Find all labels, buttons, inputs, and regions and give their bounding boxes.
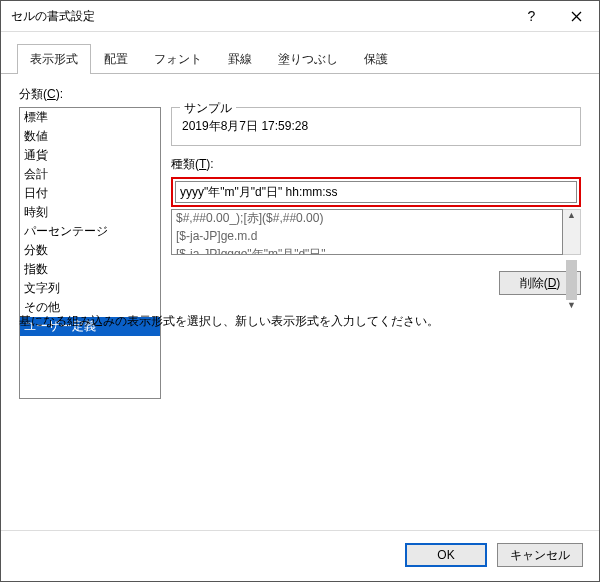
scroll-thumb[interactable] xyxy=(566,260,577,300)
tab-font[interactable]: フォント xyxy=(141,44,215,74)
window-title: セルの書式設定 xyxy=(1,8,509,25)
tab-protection[interactable]: 保護 xyxy=(351,44,401,74)
category-item[interactable]: 日付 xyxy=(20,184,160,203)
category-item[interactable]: 時刻 xyxy=(20,203,160,222)
type-list-scrollbar[interactable]: ▲ ▼ xyxy=(563,209,581,255)
cancel-button[interactable]: キャンセル xyxy=(497,543,583,567)
format-cells-dialog: セルの書式設定 ? 表示形式 配置 フォント 罫線 塗りつぶし 保護 分類(C)… xyxy=(0,0,600,582)
category-item[interactable]: パーセンテージ xyxy=(20,222,160,241)
category-item[interactable]: 数値 xyxy=(20,127,160,146)
chevron-down-icon: ▼ xyxy=(567,300,576,310)
tab-strip: 表示形式 配置 フォント 罫線 塗りつぶし 保護 xyxy=(1,32,599,74)
type-input-highlight xyxy=(171,177,581,207)
dialog-footer: OK キャンセル xyxy=(1,530,599,581)
help-button[interactable]: ? xyxy=(509,1,554,31)
tab-content: 分類(C): 標準 数値 通貨 会計 日付 時刻 パーセンテージ 分数 指数 文… xyxy=(1,74,599,530)
category-item[interactable]: 会計 xyxy=(20,165,160,184)
tab-alignment[interactable]: 配置 xyxy=(91,44,141,74)
hint-text: 基になる組み込みの表示形式を選択し、新しい表示形式を入力してください。 xyxy=(19,299,581,330)
delete-row: 削除(D) xyxy=(171,255,581,299)
scroll-up-button[interactable]: ▲ xyxy=(563,210,580,220)
category-item[interactable]: 通貨 xyxy=(20,146,160,165)
ok-button[interactable]: OK xyxy=(405,543,487,567)
right-column: サンプル 2019年8月7日 17:59:28 種類(T): $#,##0.00… xyxy=(171,107,581,299)
type-list[interactable]: $#,##0.00_);[赤]($#,##0.00) [$-ja-JP]ge.m… xyxy=(171,209,563,255)
scroll-down-button[interactable]: ▼ xyxy=(563,300,580,310)
category-item[interactable]: 指数 xyxy=(20,260,160,279)
category-item[interactable]: 分数 xyxy=(20,241,160,260)
tab-border[interactable]: 罫線 xyxy=(215,44,265,74)
category-item[interactable]: 標準 xyxy=(20,108,160,127)
type-list-wrap: $#,##0.00_);[赤]($#,##0.00) [$-ja-JP]ge.m… xyxy=(171,209,581,255)
main-row: 標準 数値 通貨 会計 日付 時刻 パーセンテージ 分数 指数 文字列 その他 … xyxy=(19,107,581,299)
type-list-item[interactable]: $#,##0.00_);[赤]($#,##0.00) xyxy=(172,210,562,228)
tab-fill[interactable]: 塗りつぶし xyxy=(265,44,351,74)
titlebar: セルの書式設定 ? xyxy=(1,1,599,32)
category-item[interactable]: 文字列 xyxy=(20,279,160,298)
category-label: 分類(C): xyxy=(19,86,581,103)
close-icon xyxy=(571,11,582,22)
tab-number-format[interactable]: 表示形式 xyxy=(17,44,91,74)
close-button[interactable] xyxy=(554,1,599,31)
sample-box: サンプル 2019年8月7日 17:59:28 xyxy=(171,107,581,146)
type-list-item[interactable]: [$-ja-JP]ggge"年"m"月"d"日" xyxy=(172,246,562,255)
chevron-up-icon: ▲ xyxy=(567,210,576,220)
sample-value: 2019年8月7日 17:59:28 xyxy=(180,114,572,135)
sample-label: サンプル xyxy=(180,100,236,117)
type-label: 種類(T): xyxy=(171,156,581,173)
type-input[interactable] xyxy=(175,181,577,203)
type-list-item[interactable]: [$-ja-JP]ge.m.d xyxy=(172,228,562,246)
